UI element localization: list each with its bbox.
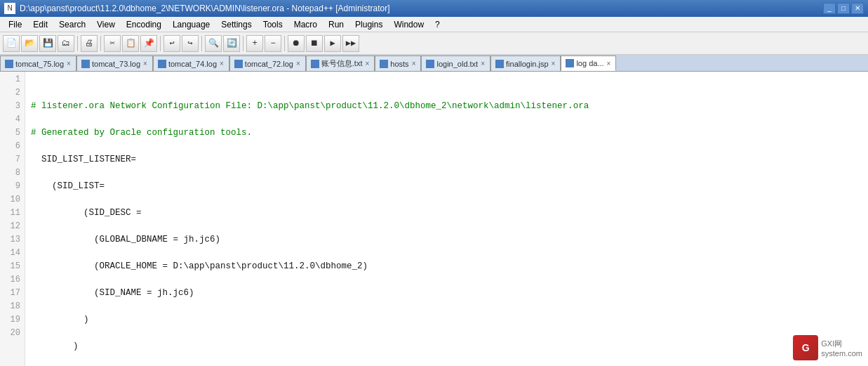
menu-item-run[interactable]: Run xyxy=(323,18,349,31)
line-number-10: 10 xyxy=(4,193,20,207)
window-controls: _ □ ✕ xyxy=(823,3,864,14)
redo-button[interactable]: ↪ xyxy=(182,35,199,52)
line-number-12: 12 xyxy=(4,220,20,233)
record-button[interactable]: ⏺ xyxy=(288,35,305,52)
tab-0[interactable]: tomcat_75.log× xyxy=(0,55,76,71)
tab-5[interactable]: hosts× xyxy=(375,55,421,71)
copy-button[interactable]: 📋 xyxy=(122,35,139,52)
line-number-5: 5 xyxy=(4,126,20,140)
tab-close-2[interactable]: × xyxy=(219,60,225,67)
line-number-14: 14 xyxy=(4,247,20,260)
tab-close-8[interactable]: × xyxy=(606,60,612,67)
menu-item-language[interactable]: Language xyxy=(167,18,215,31)
code-line-2: # Generated by Oracle configuration tool… xyxy=(31,126,862,140)
new-button[interactable]: 📄 xyxy=(3,35,20,52)
tab-4[interactable]: 账号信息.txt× xyxy=(306,55,375,71)
tab-icon-4 xyxy=(311,60,319,68)
code-line-1: # listener.ora Network Configuration Fil… xyxy=(31,100,862,113)
print-button[interactable]: 🖨 xyxy=(81,35,98,52)
zoom-in-button[interactable]: + xyxy=(246,35,263,52)
tab-close-1[interactable]: × xyxy=(142,60,148,67)
tab-icon-6 xyxy=(426,60,434,68)
tab-close-5[interactable]: × xyxy=(411,60,417,67)
line-number-19: 19 xyxy=(4,313,20,327)
menu-item-view[interactable]: View xyxy=(91,18,121,31)
tab-close-3[interactable]: × xyxy=(295,60,301,67)
code-line-8: (SID_NAME = jh.jc6) xyxy=(31,287,862,300)
code-line-6: (GLOBAL_DBNAME = jh.jc6) xyxy=(31,233,862,247)
tab-icon-1 xyxy=(81,60,90,68)
toolbar-separator-2 xyxy=(100,36,101,51)
cut-button[interactable]: ✂ xyxy=(104,35,121,52)
tab-close-0[interactable]: × xyxy=(66,60,72,67)
menu-item-tools[interactable]: Tools xyxy=(258,18,288,31)
menu-bar: FileEditSearchViewEncodingLanguageSettin… xyxy=(0,17,868,32)
line-numbers: 1234567891011121314151617181920 xyxy=(0,72,25,366)
open-button[interactable]: 📂 xyxy=(21,35,38,52)
line-number-3: 3 xyxy=(4,100,20,113)
play-button[interactable]: ▶ xyxy=(324,35,341,52)
code-line-3: SID_LIST_LISTENER= xyxy=(31,153,862,166)
tab-label-6: login_old.txt xyxy=(436,60,478,68)
line-number-8: 8 xyxy=(4,166,20,180)
watermark-text: GXI网 system.com xyxy=(821,339,862,358)
minimize-button[interactable]: _ xyxy=(823,3,836,14)
line-number-7: 7 xyxy=(4,153,20,166)
line-number-6: 6 xyxy=(4,140,20,153)
maximize-button[interactable]: □ xyxy=(837,3,850,14)
line-number-13: 13 xyxy=(4,233,20,247)
save-all-button[interactable]: 🗂 xyxy=(58,35,74,52)
tab-icon-0 xyxy=(5,60,13,68)
watermark-logo: G xyxy=(793,335,818,360)
code-content[interactable]: # listener.ora Network Configuration Fil… xyxy=(25,72,868,366)
replace-button[interactable]: 🔄 xyxy=(223,35,240,52)
tab-2[interactable]: tomcat_74.log× xyxy=(153,55,229,71)
line-number-20: 20 xyxy=(4,327,20,340)
menu-item-search[interactable]: Search xyxy=(53,18,91,31)
line-number-11: 11 xyxy=(4,207,20,220)
save-button[interactable]: 💾 xyxy=(39,35,56,52)
line-number-2: 2 xyxy=(4,86,20,100)
tab-label-0: tomcat_75.log xyxy=(15,60,64,68)
tab-label-5: hosts xyxy=(390,60,408,68)
tab-8[interactable]: log da...× xyxy=(561,55,616,71)
menu-item-encoding[interactable]: Encoding xyxy=(121,18,167,31)
tab-7[interactable]: finallogin.jsp× xyxy=(490,55,561,71)
tab-label-3: tomcat_72.log xyxy=(245,60,293,68)
close-button[interactable]: ✕ xyxy=(851,3,864,14)
paste-button[interactable]: 📌 xyxy=(140,35,157,52)
tab-label-8: log da... xyxy=(576,59,603,67)
code-line-4: (SID_LIST= xyxy=(31,180,862,193)
tab-close-6[interactable]: × xyxy=(480,60,486,67)
menu-item-macro[interactable]: Macro xyxy=(288,18,323,31)
watermark-line2: system.com xyxy=(821,349,862,358)
code-line-9: ) xyxy=(31,313,862,327)
tab-icon-8 xyxy=(566,59,574,67)
code-line-5: (SID_DESC = xyxy=(31,207,862,220)
tab-label-2: tomcat_74.log xyxy=(168,60,217,68)
tab-icon-2 xyxy=(158,60,166,68)
menu-item-window[interactable]: Window xyxy=(388,18,429,31)
menu-item-settings[interactable]: Settings xyxy=(215,18,257,31)
tab-6[interactable]: login_old.txt× xyxy=(421,55,490,71)
zoom-out-button[interactable]: − xyxy=(265,35,281,52)
tab-1[interactable]: tomcat_73.log× xyxy=(76,55,153,71)
tab-bar: tomcat_75.log×tomcat_73.log×tomcat_74.lo… xyxy=(0,55,868,72)
find-button[interactable]: 🔍 xyxy=(205,35,222,52)
undo-button[interactable]: ↩ xyxy=(163,35,180,52)
stop-button[interactable]: ⏹ xyxy=(306,35,323,52)
tab-label-7: finallogin.jsp xyxy=(506,60,549,68)
tab-close-7[interactable]: × xyxy=(551,60,556,67)
menu-item-?[interactable]: ? xyxy=(429,18,446,31)
menu-item-edit[interactable]: Edit xyxy=(27,18,53,31)
tab-3[interactable]: tomcat_72.log× xyxy=(229,55,306,71)
window-title: D:\app\panst\product\11.2.0\dbhome_2\NET… xyxy=(20,4,819,13)
toolbar-separator-3 xyxy=(160,36,161,51)
menu-item-plugins[interactable]: Plugins xyxy=(349,18,388,31)
watermark: G GXI网 system.com xyxy=(793,335,862,360)
line-number-16: 16 xyxy=(4,273,20,287)
toolbar: 📄 📂 💾 🗂 🖨 ✂ 📋 📌 ↩ ↪ 🔍 🔄 + − ⏺ ⏹ ▶ ▶▶ xyxy=(0,32,868,55)
tab-close-4[interactable]: × xyxy=(364,60,370,67)
run-macro-button[interactable]: ▶▶ xyxy=(342,35,359,52)
menu-item-file[interactable]: File xyxy=(3,18,27,31)
